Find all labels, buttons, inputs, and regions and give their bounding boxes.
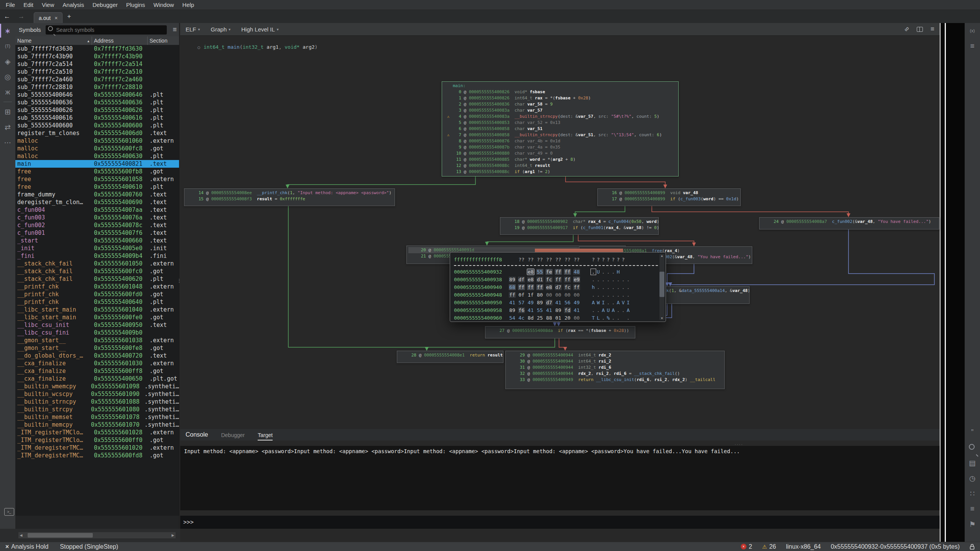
search-input[interactable] <box>56 26 145 33</box>
graph-node-b28[interactable]: 28 @ 00005555554008e1 return result <box>397 351 503 363</box>
hex-byte[interactable]: 80 <box>536 292 543 298</box>
hex-byte[interactable]: d7 <box>546 300 552 305</box>
menu-help[interactable]: Help <box>178 2 199 8</box>
symbol-row[interactable]: free0x555555601058.extern <box>15 175 179 183</box>
symbol-row[interactable]: __builtin_wmemcpy0x555555601098.syntheti… <box>15 383 179 390</box>
hex-ascii-char[interactable]: . <box>611 315 616 321</box>
sidebar-stack-icon[interactable]: ≡ <box>965 38 980 54</box>
hex-ascii-char[interactable]: . <box>606 284 611 290</box>
hex-byte[interactable]: df <box>518 277 525 282</box>
symbol-row[interactable]: __cxa_finalize0x555555400650.plt.got <box>15 375 179 383</box>
hex-ascii-char[interactable]: . <box>601 315 606 321</box>
hex-byte[interactable]: 8d <box>527 315 534 321</box>
il-line[interactable]: 18 @ 0000555555400902 char* rax_4 = c_fu… <box>502 219 656 225</box>
hex-byte[interactable]: 48 <box>573 269 580 275</box>
hex-ascii-char[interactable]: . <box>611 277 616 282</box>
symbol-row[interactable]: c_fun0010x5555554007f6.text <box>15 229 179 237</box>
menu-plugins[interactable]: Plugins <box>122 2 149 8</box>
hex-byte[interactable]: fd <box>564 307 571 313</box>
sidebar-console-icon[interactable]: ⚑ <box>965 516 980 532</box>
symbol-row[interactable]: _ITM_registerTMClo…0x555555601028.extern <box>15 429 179 436</box>
hex-ascii-char[interactable]: A <box>626 307 631 313</box>
hex-row[interactable]: 000055555540095041574989d7415649AWI..AVI <box>454 299 658 306</box>
hex-byte[interactable]: ff <box>555 269 562 275</box>
graph-node-b24[interactable]: 24 @ 00005555554008a7 c_fun002(&var_48, … <box>759 217 939 229</box>
il-line[interactable]: 13 @ 000055555540088c if (arg1 != 2) <box>444 169 676 175</box>
sidebar-splitter[interactable]: ⋮ <box>177 278 182 284</box>
il-line[interactable]: 29 @ 0000555555400944 int64_t rdx_2 <box>507 352 722 358</box>
menu-view[interactable]: View <box>38 2 58 8</box>
tab-a-out[interactable]: a.out × <box>34 12 62 23</box>
hex-ascii-char[interactable]: . <box>591 269 596 275</box>
hex-ascii-char[interactable]: H <box>616 269 621 275</box>
symbol-row[interactable]: c_fun0030x55555540076a.text <box>15 214 179 221</box>
hex-byte[interactable]: 20 <box>564 315 571 321</box>
symbol-row[interactable]: __do_global_dtors_…0x555555400720.text <box>15 352 179 360</box>
hex-byte[interactable]: 55 <box>536 307 543 313</box>
symbol-row[interactable]: __builtin_wcscpy0x555555601090.syntheti… <box>15 390 179 398</box>
hex-byte[interactable]: 00 <box>564 292 571 298</box>
symbol-row[interactable]: __stack_chk_fail0x555555400620.plt <box>15 275 179 283</box>
symbol-row[interactable]: register_tm_clones0x5555554006d0.text <box>15 129 179 137</box>
scroll-up-icon[interactable]: ▲ <box>661 254 663 257</box>
hex-ascii-char[interactable]: . <box>606 277 611 282</box>
hex-ascii-char[interactable]: L <box>596 315 601 321</box>
hex-ascii-char[interactable]: . <box>621 284 626 290</box>
hex-dump-popup[interactable]: fffffffffffffff8 ?????????????? ??????? … <box>450 252 666 322</box>
hex-ascii-char[interactable]: % <box>606 315 611 321</box>
hex-byte[interactable]: 1f <box>527 292 534 298</box>
tab-target[interactable]: Target <box>258 432 273 440</box>
symbol-row[interactable]: __gmon_start__0x555555600fe8.got <box>15 344 179 352</box>
symbol-row[interactable]: __builtin_strcpy0x555555601080.syntheti… <box>15 406 179 413</box>
il-line[interactable]: 16 @ 0000555555400899 void var_48 <box>599 190 738 196</box>
hex-ascii-char[interactable]: . <box>611 292 616 298</box>
hex-byte[interactable]: 41 <box>509 300 516 305</box>
hex-ascii-char[interactable]: . <box>611 300 616 305</box>
symbol-row[interactable]: c_fun0020x55555540078c.text <box>15 221 179 229</box>
symbol-row[interactable]: deregister_tm_clon…0x555555400690.text <box>15 198 179 206</box>
il-line[interactable]: 28 @ 00005555554008e1 return result <box>399 352 501 358</box>
symbol-row[interactable]: __builtin_strncpy0x555555601088.syntheti… <box>15 398 179 406</box>
il-line[interactable]: 27 @ 00005555554008da if (rax == *(fsbas… <box>487 328 633 334</box>
hex-ascii-char[interactable]: W <box>596 300 601 305</box>
hex-byte[interactable]: 54 <box>509 315 516 321</box>
hex-byte[interactable]: 49 <box>527 300 534 305</box>
symbol-row[interactable]: __libc_csu_init0x555555400950.text <box>15 321 179 329</box>
hex-ascii-char[interactable]: . <box>616 292 621 298</box>
il-line[interactable]: 19 @ 0000555555400917 if (c_fun001(rax_4… <box>502 225 656 231</box>
hex-ascii-char[interactable]: . <box>606 292 611 298</box>
hex-byte[interactable]: 4c <box>518 315 525 321</box>
il-line[interactable]: 32 @ 0000555555400944 rdx_2, rsi_2, rdi_… <box>507 371 722 377</box>
hex-ascii-char[interactable]: . <box>616 284 621 290</box>
hex-byte[interactable]: ff <box>536 284 543 290</box>
il-line[interactable]: 15 @ 00005555554008f3 result = 0xfffffff… <box>186 196 392 202</box>
symbol-row[interactable]: __printf_chk0x555555601048.extern <box>15 283 179 290</box>
sidebar-mini-graph-icon[interactable]: ⊞ <box>0 104 15 119</box>
hex-byte[interactable]: 68 <box>509 284 516 290</box>
graph-node-main[interactable]: main:0 @ 0000555555400826 void* fsbase1 … <box>442 81 679 177</box>
symbol-row[interactable]: __libc_start_main0x555555600fe0.got <box>15 313 179 321</box>
menu-analysis[interactable]: Analysis <box>58 2 88 8</box>
sidebar-log-icon[interactable]: ▤ <box>965 455 980 470</box>
panel-menu-icon[interactable]: ≡ <box>173 26 177 34</box>
hex-byte[interactable]: 01 <box>555 315 562 321</box>
symbol-row[interactable]: _ITM_deregisterTMC…0x555555601020.extern <box>15 444 179 452</box>
hex-ascii-char[interactable]: V <box>621 300 626 305</box>
hex-byte[interactable]: 55 <box>536 269 543 275</box>
scrollbar-thumb[interactable] <box>28 533 93 538</box>
hex-byte[interactable]: 41 <box>546 307 552 313</box>
il-line[interactable]: ⚠7 @ 0000555555400858 __builtin_strncpy(… <box>444 132 676 138</box>
hex-ascii-char[interactable]: . <box>621 292 626 298</box>
python-console-input[interactable] <box>194 518 940 526</box>
sidebar-memory-map-icon[interactable]: ◎ <box>0 69 15 84</box>
hex-byte[interactable]: ff <box>509 292 516 298</box>
il-line[interactable]: ⚠4 @ 000055555540083a __builtin_strncpy(… <box>444 114 676 120</box>
graph-node-b18[interactable]: 18 @ 0000555555400902 char* rax_4 = c_fu… <box>500 217 659 235</box>
hex-ascii-char[interactable]: U <box>596 269 601 275</box>
sidebar-variables-icon[interactable]: (x) <box>965 23 980 38</box>
hex-row[interactable]: 000055555540093889dfe8d1fcffffe9........ <box>454 276 658 283</box>
il-line[interactable]: 9 @ 000055555540087b char var_4a = 0x35 <box>444 144 676 150</box>
symbol-row[interactable]: __printf_chk0x555555400640.plt <box>15 298 179 306</box>
hex-byte[interactable]: 00 <box>555 292 562 298</box>
hex-byte[interactable]: e8 <box>527 269 534 275</box>
